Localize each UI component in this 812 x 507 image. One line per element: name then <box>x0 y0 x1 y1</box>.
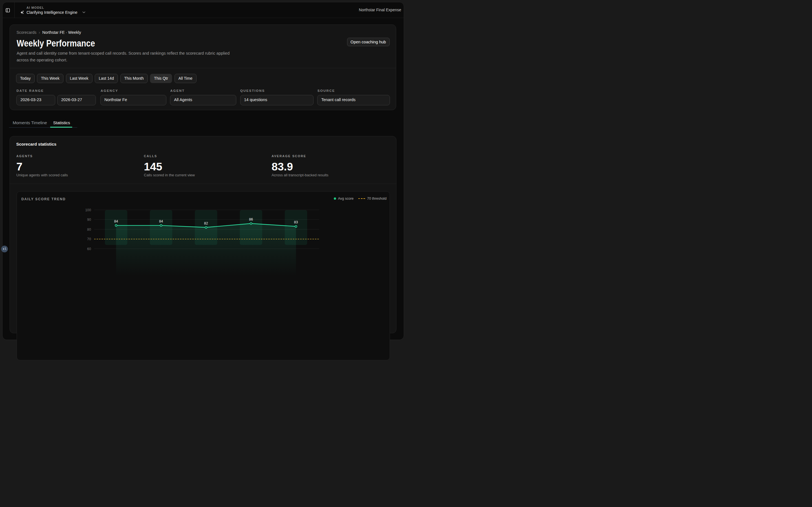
svg-text:80: 80 <box>87 228 91 231</box>
svg-text:70: 70 <box>87 237 91 241</box>
svg-text:86: 86 <box>249 217 253 221</box>
svg-text:84: 84 <box>159 219 163 223</box>
svg-text:60: 60 <box>87 247 91 251</box>
svg-text:90: 90 <box>87 218 91 222</box>
svg-text:100: 100 <box>85 208 91 212</box>
svg-text:82: 82 <box>204 221 208 225</box>
svg-text:83: 83 <box>294 220 298 224</box>
svg-text:84: 84 <box>114 219 118 223</box>
